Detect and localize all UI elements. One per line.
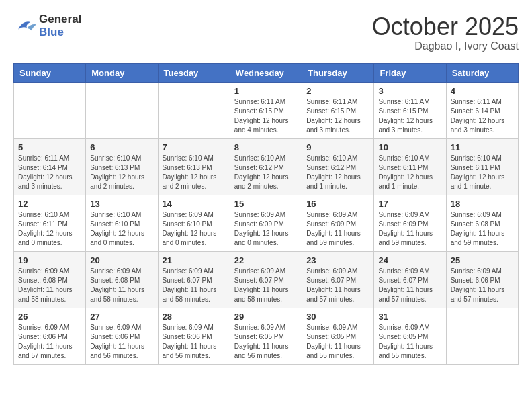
calendar-cell: 29Sunrise: 6:09 AM Sunset: 6:05 PM Dayli… [230,308,302,364]
day-info: Sunrise: 6:09 AM Sunset: 6:08 PM Dayligh… [90,267,153,304]
calendar-cell: 27Sunrise: 6:09 AM Sunset: 6:06 PM Dayli… [86,308,158,364]
calendar-week-row: 19Sunrise: 6:09 AM Sunset: 6:08 PM Dayli… [14,251,519,308]
day-number: 16 [306,199,369,209]
day-info: Sunrise: 6:09 AM Sunset: 6:07 PM Dayligh… [163,267,226,304]
calendar-cell: 1Sunrise: 6:11 AM Sunset: 6:15 PM Daylig… [230,82,302,138]
calendar-table: SundayMondayTuesdayWednesdayThursdayFrid… [13,63,519,365]
calendar-cell: 5Sunrise: 6:11 AM Sunset: 6:14 PM Daylig… [14,138,86,195]
calendar-cell [158,82,230,138]
day-number: 27 [90,312,153,322]
calendar-week-row: 26Sunrise: 6:09 AM Sunset: 6:06 PM Dayli… [14,308,519,364]
day-number: 21 [163,255,226,265]
calendar-cell: 28Sunrise: 6:09 AM Sunset: 6:06 PM Dayli… [158,308,230,364]
calendar-header-thursday: Thursday [302,63,374,82]
calendar-header-wednesday: Wednesday [230,63,302,82]
calendar-header-saturday: Saturday [446,63,518,82]
calendar-cell: 17Sunrise: 6:09 AM Sunset: 6:09 PM Dayli… [374,195,446,251]
day-info: Sunrise: 6:10 AM Sunset: 6:13 PM Dayligh… [90,154,153,191]
calendar-cell: 21Sunrise: 6:09 AM Sunset: 6:07 PM Dayli… [158,251,230,308]
day-number: 25 [451,255,514,265]
calendar-cell: 24Sunrise: 6:09 AM Sunset: 6:07 PM Dayli… [374,251,446,308]
calendar-cell [86,82,158,138]
day-number: 14 [163,199,226,209]
day-number: 2 [306,86,369,96]
title-area: October 2025 Dagbao I, Ivory Coast [372,13,519,52]
location-title: Dagbao I, Ivory Coast [372,40,519,52]
day-number: 9 [306,142,369,152]
calendar-header-tuesday: Tuesday [158,63,230,82]
day-info: Sunrise: 6:11 AM Sunset: 6:15 PM Dayligh… [378,97,441,135]
day-info: Sunrise: 6:09 AM Sunset: 6:07 PM Dayligh… [234,267,298,304]
calendar-cell: 13Sunrise: 6:10 AM Sunset: 6:10 PM Dayli… [86,195,158,251]
day-info: Sunrise: 6:09 AM Sunset: 6:08 PM Dayligh… [18,267,81,304]
day-info: Sunrise: 6:09 AM Sunset: 6:05 PM Dayligh… [306,323,369,361]
calendar-cell [14,82,86,138]
day-info: Sunrise: 6:09 AM Sunset: 6:07 PM Dayligh… [378,267,441,304]
calendar-header-row: SundayMondayTuesdayWednesdayThursdayFrid… [14,63,519,82]
day-info: Sunrise: 6:10 AM Sunset: 6:13 PM Dayligh… [163,154,226,191]
day-info: Sunrise: 6:10 AM Sunset: 6:11 PM Dayligh… [18,210,81,248]
day-number: 28 [163,312,226,322]
logo: General Blue [13,13,81,38]
calendar-cell: 20Sunrise: 6:09 AM Sunset: 6:08 PM Dayli… [86,251,158,308]
day-number: 23 [306,255,369,265]
calendar-cell: 14Sunrise: 6:09 AM Sunset: 6:10 PM Dayli… [158,195,230,251]
day-info: Sunrise: 6:09 AM Sunset: 6:09 PM Dayligh… [306,210,369,248]
day-info: Sunrise: 6:11 AM Sunset: 6:15 PM Dayligh… [306,97,369,135]
day-number: 15 [234,199,298,209]
calendar-week-row: 12Sunrise: 6:10 AM Sunset: 6:11 PM Dayli… [14,195,519,251]
day-info: Sunrise: 6:10 AM Sunset: 6:11 PM Dayligh… [451,154,514,191]
day-info: Sunrise: 6:10 AM Sunset: 6:10 PM Dayligh… [90,210,153,248]
page-header: General Blue October 2025 Dagbao I, Ivor… [13,13,519,52]
calendar-cell: 16Sunrise: 6:09 AM Sunset: 6:09 PM Dayli… [302,195,374,251]
day-info: Sunrise: 6:11 AM Sunset: 6:15 PM Dayligh… [234,97,298,135]
calendar-cell: 8Sunrise: 6:10 AM Sunset: 6:12 PM Daylig… [230,138,302,195]
calendar-cell: 7Sunrise: 6:10 AM Sunset: 6:13 PM Daylig… [158,138,230,195]
calendar-cell: 12Sunrise: 6:10 AM Sunset: 6:11 PM Dayli… [14,195,86,251]
day-info: Sunrise: 6:10 AM Sunset: 6:11 PM Dayligh… [378,154,441,191]
calendar-cell: 31Sunrise: 6:09 AM Sunset: 6:05 PM Dayli… [374,308,446,364]
day-info: Sunrise: 6:11 AM Sunset: 6:14 PM Dayligh… [451,97,514,135]
calendar-cell: 15Sunrise: 6:09 AM Sunset: 6:09 PM Dayli… [230,195,302,251]
day-number: 30 [306,312,369,322]
calendar-cell: 26Sunrise: 6:09 AM Sunset: 6:06 PM Dayli… [14,308,86,364]
day-number: 12 [18,199,81,209]
day-info: Sunrise: 6:10 AM Sunset: 6:12 PM Dayligh… [234,154,298,191]
logo-bird-icon [13,17,38,36]
calendar-cell: 11Sunrise: 6:10 AM Sunset: 6:11 PM Dayli… [446,138,518,195]
logo-general: General [39,13,81,26]
day-number: 22 [234,255,298,265]
day-number: 19 [18,255,81,265]
day-number: 20 [90,255,153,265]
calendar-cell: 4Sunrise: 6:11 AM Sunset: 6:14 PM Daylig… [446,82,518,138]
day-number: 13 [90,199,153,209]
calendar-cell: 22Sunrise: 6:09 AM Sunset: 6:07 PM Dayli… [230,251,302,308]
calendar-cell: 9Sunrise: 6:10 AM Sunset: 6:12 PM Daylig… [302,138,374,195]
day-info: Sunrise: 6:09 AM Sunset: 6:08 PM Dayligh… [451,210,514,248]
day-number: 3 [378,86,441,96]
day-info: Sunrise: 6:09 AM Sunset: 6:10 PM Dayligh… [163,210,226,248]
day-number: 11 [451,142,514,152]
calendar-week-row: 5Sunrise: 6:11 AM Sunset: 6:14 PM Daylig… [14,138,519,195]
calendar-cell: 10Sunrise: 6:10 AM Sunset: 6:11 PM Dayli… [374,138,446,195]
calendar-cell: 18Sunrise: 6:09 AM Sunset: 6:08 PM Dayli… [446,195,518,251]
calendar-cell: 25Sunrise: 6:09 AM Sunset: 6:06 PM Dayli… [446,251,518,308]
calendar-cell: 23Sunrise: 6:09 AM Sunset: 6:07 PM Dayli… [302,251,374,308]
day-info: Sunrise: 6:09 AM Sunset: 6:07 PM Dayligh… [306,267,369,304]
day-number: 26 [18,312,81,322]
day-number: 31 [378,312,441,322]
calendar-cell: 30Sunrise: 6:09 AM Sunset: 6:05 PM Dayli… [302,308,374,364]
day-info: Sunrise: 6:09 AM Sunset: 6:06 PM Dayligh… [18,323,81,361]
day-number: 8 [234,142,298,152]
day-number: 6 [90,142,153,152]
day-info: Sunrise: 6:11 AM Sunset: 6:14 PM Dayligh… [18,154,81,191]
day-number: 24 [378,255,441,265]
calendar-cell: 19Sunrise: 6:09 AM Sunset: 6:08 PM Dayli… [14,251,86,308]
calendar-header-monday: Monday [86,63,158,82]
day-number: 7 [163,142,226,152]
day-info: Sunrise: 6:09 AM Sunset: 6:06 PM Dayligh… [90,323,153,361]
day-number: 10 [378,142,441,152]
calendar-header-sunday: Sunday [14,63,86,82]
calendar-cell: 3Sunrise: 6:11 AM Sunset: 6:15 PM Daylig… [374,82,446,138]
calendar-week-row: 1Sunrise: 6:11 AM Sunset: 6:15 PM Daylig… [14,82,519,138]
